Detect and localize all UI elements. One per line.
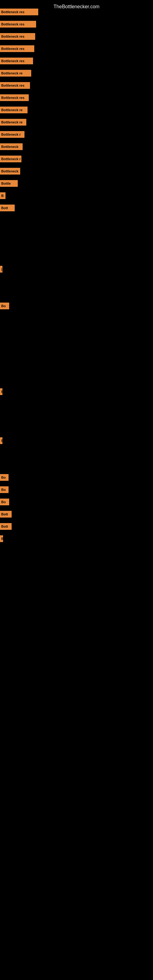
bottleneck-bar: Bottleneck res bbox=[0, 82, 30, 89]
bottleneck-bar: B bbox=[0, 438, 2, 444]
bottleneck-bar: Bottleneck bbox=[0, 143, 22, 150]
bottleneck-bar: Bottleneck res bbox=[0, 33, 35, 40]
bottleneck-bar: Bottleneck res bbox=[0, 57, 33, 64]
bottleneck-bar: Bo bbox=[0, 499, 9, 505]
bottleneck-bar: Bottleneck re bbox=[0, 107, 27, 113]
bottleneck-bar: Bott bbox=[0, 523, 12, 530]
bottleneck-bar: Bottleneck res bbox=[0, 45, 34, 52]
bottleneck-bar: B bbox=[0, 535, 3, 542]
bottleneck-bar: Bottleneck res bbox=[0, 94, 29, 101]
bottleneck-bar: Bott bbox=[0, 205, 15, 211]
bottleneck-bar: Bo bbox=[0, 486, 9, 493]
bottleneck-bar: Bottle bbox=[0, 180, 18, 187]
bottleneck-bar: Bottleneck r bbox=[0, 131, 24, 138]
bottleneck-bar: Bott bbox=[0, 511, 12, 517]
bottleneck-bar: B bbox=[0, 192, 5, 199]
bottleneck-bar: Bottleneck res bbox=[0, 21, 36, 27]
bottleneck-bar: Bo bbox=[0, 302, 9, 309]
bottleneck-bar: Bottleneck r bbox=[0, 156, 21, 162]
bottleneck-bar: Bottleneck re bbox=[0, 119, 26, 126]
bottleneck-bar: Bottleneck re bbox=[0, 70, 31, 76]
bottleneck-bar: Bottleneck bbox=[0, 168, 20, 175]
bottleneck-bar: B bbox=[0, 388, 2, 395]
bottleneck-bar: Bo bbox=[0, 474, 9, 481]
bottleneck-bar: | bbox=[0, 266, 2, 272]
bottleneck-bar: Bottleneck res bbox=[0, 9, 38, 15]
